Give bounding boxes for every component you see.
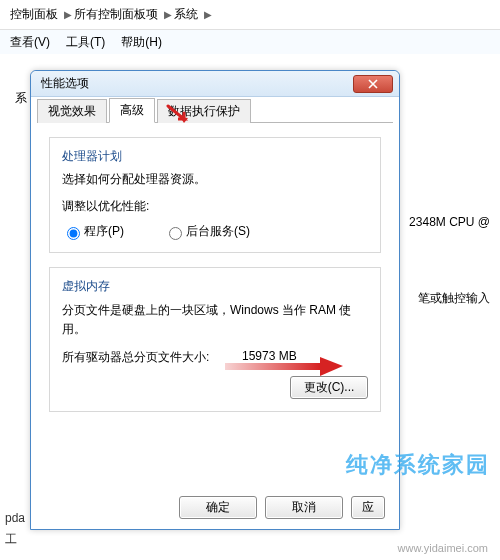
dialog-content: 处理器计划 选择如何分配处理器资源。 调整以优化性能: 程序(P) 后台服务(S… (31, 123, 399, 440)
vm-description: 分页文件是硬盘上的一块区域，Windows 当作 RAM 使用。 (62, 301, 368, 339)
tab-strip: 视觉效果 高级 数据执行保护 (37, 101, 393, 123)
radio-background-input[interactable] (169, 227, 182, 240)
text-fragment: 工 (5, 531, 25, 548)
menubar: 查看(V) 工具(T) 帮助(H) (0, 30, 500, 56)
breadcrumb-item[interactable]: 所有控制面板项 (74, 6, 158, 23)
pen-touch-text: 笔或触控输入 (418, 290, 490, 307)
vm-total-value: 15973 MB (242, 349, 297, 366)
close-button[interactable] (353, 75, 393, 93)
dialog-title: 性能选项 (37, 75, 353, 92)
cpu-info-text: 2348M CPU @ (409, 215, 490, 229)
bottom-left-fragment: pda 工 (5, 505, 25, 548)
side-label: 系 (15, 90, 27, 107)
dialog-button-row: 确定 取消 应 (179, 496, 385, 519)
change-button[interactable]: 更改(C)... (290, 376, 368, 399)
performance-options-dialog: 性能选项 视觉效果 高级 数据执行保护 处理器计划 选择如何分配处理器资源。 调… (30, 70, 400, 530)
processor-scheduling-group: 处理器计划 选择如何分配处理器资源。 调整以优化性能: 程序(P) 后台服务(S… (49, 137, 381, 253)
radio-background-label: 后台服务(S) (186, 223, 250, 240)
vm-total-label: 所有驱动器总分页文件大小: (62, 349, 242, 366)
radio-background[interactable]: 后台服务(S) (164, 223, 250, 240)
tab-dep[interactable]: 数据执行保护 (157, 99, 251, 123)
ok-button[interactable]: 确定 (179, 496, 257, 519)
chevron-right-icon: ▶ (64, 9, 72, 20)
menu-view[interactable]: 查看(V) (10, 34, 50, 51)
dialog-titlebar[interactable]: 性能选项 (31, 71, 399, 97)
menu-help[interactable]: 帮助(H) (121, 34, 162, 51)
group-heading: 虚拟内存 (62, 278, 368, 295)
apply-button[interactable]: 应 (351, 496, 385, 519)
virtual-memory-group: 虚拟内存 分页文件是硬盘上的一块区域，Windows 当作 RAM 使用。 所有… (49, 267, 381, 412)
breadcrumb-item[interactable]: 系统 (174, 6, 198, 23)
watermark-text: 纯净系统家园 (346, 450, 490, 480)
cancel-button[interactable]: 取消 (265, 496, 343, 519)
tab-visual-effects[interactable]: 视觉效果 (37, 99, 107, 123)
chevron-right-icon: ▶ (164, 9, 172, 20)
close-icon (368, 79, 378, 89)
tab-advanced[interactable]: 高级 (109, 98, 155, 123)
radio-programs[interactable]: 程序(P) (62, 223, 124, 240)
group-heading: 处理器计划 (62, 148, 368, 165)
breadcrumb: 控制面板 ▶ 所有控制面板项 ▶ 系统 ▶ (0, 0, 500, 30)
chevron-right-icon: ▶ (204, 9, 212, 20)
group-description: 选择如何分配处理器资源。 (62, 171, 368, 188)
text-fragment: pda (5, 511, 25, 525)
breadcrumb-item[interactable]: 控制面板 (10, 6, 58, 23)
radio-programs-input[interactable] (67, 227, 80, 240)
radio-programs-label: 程序(P) (84, 223, 124, 240)
menu-tools[interactable]: 工具(T) (66, 34, 105, 51)
adjust-label: 调整以优化性能: (62, 198, 368, 215)
watermark-url: www.yidaimei.com (398, 542, 488, 554)
